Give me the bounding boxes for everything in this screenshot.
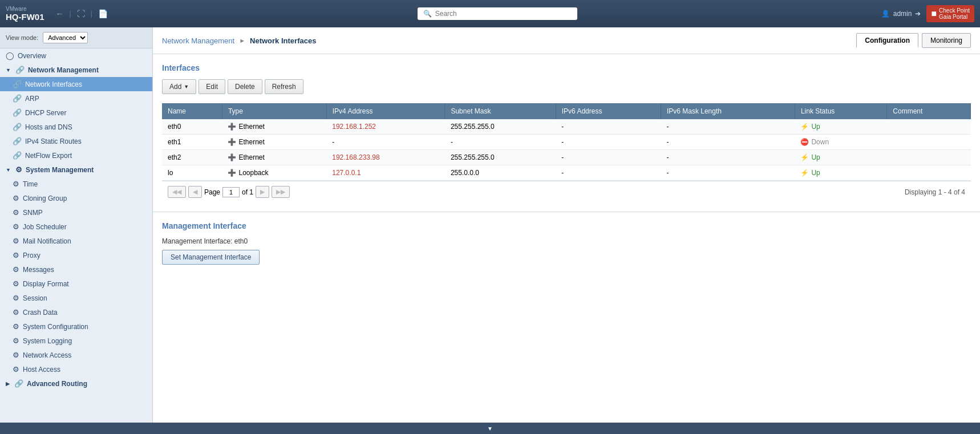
sidebar-item-mail[interactable]: ⚙ Mail Notification	[0, 234, 152, 248]
type-icon: ➕	[228, 153, 236, 161]
cell-status: ⛔ Down	[795, 135, 886, 150]
table-row[interactable]: lo ➕Loopback 127.0.0.1 255.0.0.0 - - ⚡ U…	[162, 165, 971, 181]
crash-icon: ⚙	[13, 308, 19, 317]
netflow-label: NetFlow Export	[25, 152, 72, 160]
sidebar-item-hosts-dns[interactable]: 🔗 Hosts and DNS	[0, 120, 152, 134]
sidebar-item-job-scheduler[interactable]: ⚙ Job Scheduler	[0, 220, 152, 234]
sidebar-item-dhcp[interactable]: 🔗 DHCP Server	[0, 106, 152, 120]
cell-status: ⚡ Up	[795, 119, 886, 135]
configuration-tab[interactable]: Configuration	[856, 33, 918, 48]
table-row[interactable]: eth2 ➕Ethernet 192.168.233.98 255.255.25…	[162, 150, 971, 165]
admin-section: 👤 admin ➔	[881, 10, 921, 18]
sidebar-item-system-config[interactable]: ⚙ System Configuration	[0, 319, 152, 334]
sidebar-item-network-interfaces[interactable]: 🔗 Network Interfaces	[0, 77, 152, 91]
scheduler-icon: ⚙	[13, 222, 19, 231]
sidebar-item-proxy[interactable]: ⚙ Proxy	[0, 248, 152, 262]
sidebar-item-cloning[interactable]: ⚙ Cloning Group	[0, 191, 152, 205]
col-type: Type	[222, 103, 326, 119]
sidebar-item-session[interactable]: ⚙ Session	[0, 291, 152, 305]
add-button[interactable]: Add ▼	[162, 79, 196, 94]
interfaces-section: Interfaces Add ▼ Edit Delete Refresh Nam…	[153, 54, 980, 212]
col-name: Name	[162, 103, 222, 119]
view-mode-row: View mode: Advanced	[0, 27, 152, 48]
power-icon: ⚡	[800, 123, 809, 131]
view-mode-label: View mode:	[6, 34, 38, 41]
set-mgmt-button[interactable]: Set Management Interface	[162, 250, 260, 265]
hosts-icon: 🔗	[13, 123, 22, 131]
checkpoint-icon: ■	[931, 9, 937, 19]
sidebar-item-netflow[interactable]: 🔗 NetFlow Export	[0, 148, 152, 163]
add-arrow-icon: ▼	[184, 84, 189, 90]
window-icon[interactable]: ⛶	[77, 9, 85, 18]
cell-ipv6: -	[556, 135, 661, 150]
section-network-label: Network Management	[28, 66, 99, 74]
messages-label: Messages	[23, 266, 54, 274]
cell-ipv4: 127.0.0.1	[326, 165, 445, 181]
overview-label: Overview	[18, 52, 46, 60]
breadcrumb-parent[interactable]: Network Management	[162, 36, 234, 45]
sidebar-section-system-management[interactable]: ▼ ⚙ System Management	[0, 163, 152, 177]
cell-ipv4: -	[326, 135, 445, 150]
logout-icon[interactable]: ➔	[915, 10, 921, 18]
page-input[interactable]	[222, 187, 240, 197]
cell-comment	[887, 119, 971, 135]
sidebar-section-advanced-routing[interactable]: ▶ 🔗 Advanced Routing	[0, 376, 152, 391]
messages-icon: ⚙	[13, 265, 19, 274]
refresh-button[interactable]: Refresh	[265, 79, 303, 94]
cell-type: ➕Ethernet	[222, 135, 326, 150]
ipv4-value: 192.168.1.252	[332, 123, 376, 131]
sidebar-item-host-access[interactable]: ⚙ Host Access	[0, 362, 152, 376]
bottom-arrow-icon[interactable]: ▼	[487, 425, 493, 432]
checkpoint-logo: ■ Check Point Gaia Portal	[926, 5, 974, 22]
table-row[interactable]: eth1 ➕Ethernet - - - - ⛔ Down	[162, 135, 971, 150]
cell-subnet: 255.255.255.0	[445, 150, 556, 165]
sidebar-item-time[interactable]: ⚙ Time	[0, 177, 152, 191]
sidebar-item-ipv4-routes[interactable]: 🔗 IPv4 Static Routes	[0, 134, 152, 148]
interfaces-label: Network Interfaces	[25, 80, 82, 88]
view-mode-select[interactable]: Advanced	[43, 32, 88, 43]
hostaccess-icon: ⚙	[13, 365, 19, 374]
header-icons: ← | ⛶ | 📄	[56, 9, 108, 18]
admin-label: admin	[893, 10, 912, 18]
sidebar-item-network-access[interactable]: ⚙ Network Access	[0, 348, 152, 362]
syslog-label: System Logging	[23, 337, 72, 345]
cell-ipv6: -	[556, 165, 661, 181]
cell-type: ➕Ethernet	[222, 150, 326, 165]
power-icon: ⚡	[800, 169, 809, 177]
dhcp-label: DHCP Server	[25, 109, 66, 117]
prev-page-btn[interactable]: ◀	[188, 186, 202, 198]
syslog-icon: ⚙	[13, 336, 19, 345]
sidebar-item-snmp[interactable]: ⚙ SNMP	[0, 205, 152, 220]
proxy-icon: ⚙	[13, 251, 19, 259]
interfaces-table: Name Type IPv4 Address Subnet Mask IPv6 …	[162, 103, 971, 181]
status-up: ⚡ Up	[800, 169, 881, 177]
displaying-label: Displaying 1 - 4 of 4	[905, 188, 965, 196]
back-icon[interactable]: ←	[56, 9, 64, 18]
first-page-btn[interactable]: ◀◀	[168, 186, 186, 198]
save-icon[interactable]: 📄	[98, 9, 108, 18]
session-icon: ⚙	[13, 294, 19, 302]
sidebar-item-arp[interactable]: 🔗 ARP	[0, 91, 152, 106]
search-input[interactable]	[435, 10, 572, 18]
delete-button[interactable]: Delete	[228, 79, 262, 94]
toolbar: Add ▼ Edit Delete Refresh	[162, 79, 971, 94]
edit-button[interactable]: Edit	[199, 79, 225, 94]
last-page-btn[interactable]: ▶▶	[272, 186, 290, 198]
sidebar-item-display-format[interactable]: ⚙ Display Format	[0, 277, 152, 291]
sidebar-section-network-management[interactable]: ▼ 🔗 Network Management	[0, 63, 152, 77]
sidebar-item-messages[interactable]: ⚙ Messages	[0, 262, 152, 277]
col-comment: Comment	[887, 103, 971, 119]
table-row[interactable]: eth0 ➕Ethernet 192.168.1.252 255.255.255…	[162, 119, 971, 135]
main-layout: View mode: Advanced ◯ Overview ▼ 🔗 Netwo…	[0, 27, 980, 423]
monitoring-tab[interactable]: Monitoring	[922, 33, 971, 48]
col-ipv4: IPv4 Address	[326, 103, 445, 119]
next-page-btn[interactable]: ▶	[256, 186, 269, 198]
page-label: Page	[204, 188, 220, 196]
sidebar-item-overview[interactable]: ◯ Overview	[0, 48, 152, 63]
cell-status: ⚡ Up	[795, 150, 886, 165]
content-header: Network Management ► Network Interfaces …	[153, 27, 980, 54]
sidebar-item-system-logging[interactable]: ⚙ System Logging	[0, 334, 152, 348]
sidebar: View mode: Advanced ◯ Overview ▼ 🔗 Netwo…	[0, 27, 153, 423]
time-label: Time	[23, 180, 38, 188]
sidebar-item-crash[interactable]: ⚙ Crash Data	[0, 305, 152, 319]
